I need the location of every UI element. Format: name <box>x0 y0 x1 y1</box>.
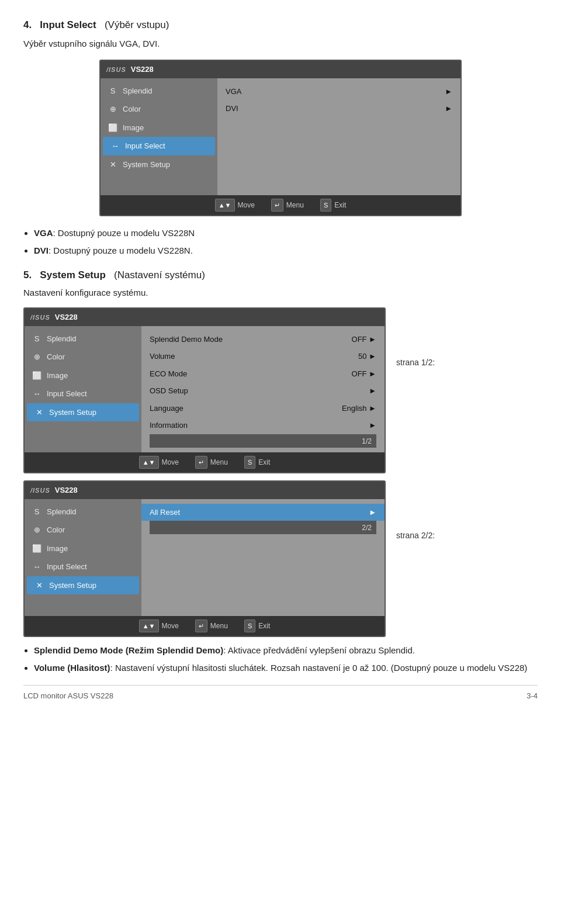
monitor-box-page1: /ISUS VS228 SSplendid⊕Color⬜Image↔Input … <box>23 307 386 473</box>
bullet-splendid-demo: Splendid Demo Mode (Režim Splendid Demo)… <box>34 644 538 657</box>
footer-icon: S <box>320 199 331 212</box>
section4-title-czech: (Výběr vstupu) <box>105 19 169 30</box>
monitor-footer-1: ▲▼Move↵MenuSExit <box>101 195 460 216</box>
section5-title-czech: (Nastavení systému) <box>114 269 205 281</box>
monitor-content-page1: Splendid Demo ModeOFF ►Volume50 ►ECO Mod… <box>141 326 385 452</box>
footer-btn: ↵Menu <box>195 620 228 633</box>
monitor-titlebar-page2: /ISUS VS228 <box>25 482 385 499</box>
monitor-model-page1: VS228 <box>55 312 78 323</box>
sidebar-label: Image <box>123 122 144 134</box>
footer-icon: ▲▼ <box>139 620 159 633</box>
row-label: DVI <box>226 103 238 115</box>
sidebar-label: Input Select <box>47 388 87 400</box>
monitor-titlebar-1: /ISUS VS228 <box>101 61 460 78</box>
footer-icon: ▲▼ <box>215 199 235 212</box>
sidebar-label: System Setup <box>123 159 170 171</box>
section4-bullets: VGA: Dostupný pouze u modelu VS228N DVI:… <box>34 227 538 257</box>
footer-label: Menu <box>210 621 228 631</box>
strana1-row: /ISUS VS228 SSplendid⊕Color⬜Image↔Input … <box>23 307 538 473</box>
bullet-splendid-bold: Splendid Demo Mode (Režim Splendid Demo) <box>34 645 223 655</box>
content-row: Information► <box>150 417 376 434</box>
row-value: ► <box>369 385 376 397</box>
row-label: OSD Setup <box>150 385 188 397</box>
section4: 4. Input Select (Výběr vstupu) Výběr vst… <box>23 18 538 257</box>
sidebar-item-inputselect: ↔Input Select <box>25 558 141 576</box>
page-num-2: 2/2 <box>150 521 376 534</box>
footer-btn: ▲▼Move <box>139 620 179 633</box>
footer-btn: ↵Menu <box>195 456 228 469</box>
footer-label: Menu <box>286 200 304 210</box>
content-row: All Reset► <box>141 504 385 521</box>
bullet-volume-text: : Nastavení výstupní hlasitosti slucháte… <box>110 663 528 673</box>
row-label: Language <box>150 403 183 414</box>
sidebar-icon: S <box>32 333 42 344</box>
sidebar-item-image: ⬜Image <box>25 366 141 385</box>
row-label: ECO Mode <box>150 368 187 380</box>
content-row: DVI► <box>226 100 452 117</box>
footer-icon: ↵ <box>271 199 283 212</box>
sidebar-item-systemsetup: ✕System Setup <box>101 155 217 174</box>
monitor-footer-page1: ▲▼Move↵MenuSExit <box>25 452 385 473</box>
content-row: VGA► <box>226 83 452 101</box>
bullet-vga-text: : Dostupný pouze u modelu VS228N <box>53 228 195 238</box>
sidebar-label: Image <box>47 543 68 555</box>
asus-logo-page1: /ISUS <box>30 313 50 323</box>
content-row: ECO ModeOFF ► <box>150 365 376 383</box>
sidebar-icon: ↔ <box>32 389 42 399</box>
row-value: OFF ► <box>352 334 376 345</box>
strana2-label: strana 2/2: <box>396 530 435 542</box>
sidebar-icon: ⬜ <box>32 543 42 553</box>
sidebar-item-splendid: SSplendid <box>101 82 217 101</box>
sidebar-item-inputselect: ↔Input Select <box>103 137 215 155</box>
sidebar-item-splendid: SSplendid <box>25 503 141 521</box>
bullet-volume-bold: Volume (Hlasitost) <box>34 663 110 673</box>
sidebar-item-image: ⬜Image <box>101 119 217 137</box>
sidebar-item-image: ⬜Image <box>25 539 141 558</box>
section5: 5. System Setup (Nastavení systému) Nast… <box>23 268 538 674</box>
row-label: Splendid Demo Mode <box>150 334 223 345</box>
sidebar-label: Splendid <box>123 85 153 97</box>
row-label: VGA <box>226 86 241 98</box>
bottom-bar-right: 3-4 <box>527 690 538 702</box>
monitor-sidebar-1: SSplendid⊕Color⬜Image↔Input Select✕Syste… <box>101 78 217 195</box>
footer-icon: ▲▼ <box>139 456 159 469</box>
footer-label: Menu <box>210 457 228 468</box>
row-value: 50 ► <box>358 351 376 362</box>
footer-label: Exit <box>334 200 346 210</box>
bottom-bar: LCD monitor ASUS VS228 3-4 <box>23 685 538 702</box>
sidebar-label: Input Select <box>47 561 87 573</box>
footer-icon: ↵ <box>195 620 207 633</box>
bullet-splendid-text: : Aktivace předvádění vylepšení obrazu S… <box>223 645 415 655</box>
bullet-dvi: DVI: Dostupný pouze u modelu VS228N. <box>34 244 538 258</box>
monitor-box-1: /ISUS VS228 SSplendid⊕Color⬜Image↔Input … <box>99 60 462 216</box>
sidebar-label: Color <box>47 524 65 536</box>
bullet-vga-bold: VGA <box>34 228 53 238</box>
footer-label: Move <box>162 457 179 468</box>
row-value: ► <box>445 86 452 98</box>
sidebar-item-systemsetup: ✕System Setup <box>27 403 139 422</box>
sidebar-item-splendid: SSplendid <box>25 330 141 348</box>
sidebar-icon: ✕ <box>108 159 118 169</box>
sidebar-label: System Setup <box>49 407 96 418</box>
footer-label: Exit <box>258 457 270 468</box>
monitor-body-page1: SSplendid⊕Color⬜Image↔Input Select✕Syste… <box>25 326 385 452</box>
monitor-model-1: VS228 <box>131 64 154 75</box>
footer-label: Exit <box>258 621 270 631</box>
asus-logo-1: /ISUS <box>106 65 126 75</box>
strana1-label-container: strana 1/2: <box>396 307 435 372</box>
sidebar-icon: ⬜ <box>108 122 118 133</box>
sidebar-label: Image <box>47 370 68 382</box>
strana2-row: /ISUS VS228 SSplendid⊕Color⬜Image↔Input … <box>23 480 538 637</box>
sidebar-item-color: ⊕Color <box>25 348 141 366</box>
monitor-sidebar-page2: SSplendid⊕Color⬜Image↔Input Select✕Syste… <box>25 499 141 616</box>
row-label: Volume <box>150 351 175 362</box>
sidebar-label: Input Select <box>125 140 165 152</box>
bullet-dvi-bold: DVI <box>34 245 49 255</box>
sidebar-item-inputselect: ↔Input Select <box>25 385 141 403</box>
row-value: ► <box>445 103 452 115</box>
footer-icon: S <box>244 620 255 633</box>
row-value: ► <box>369 507 376 518</box>
sidebar-label: Splendid <box>47 506 77 518</box>
footer-btn: SExit <box>320 199 346 212</box>
section4-heading: 4. Input Select (Výběr vstupu) <box>23 18 538 33</box>
